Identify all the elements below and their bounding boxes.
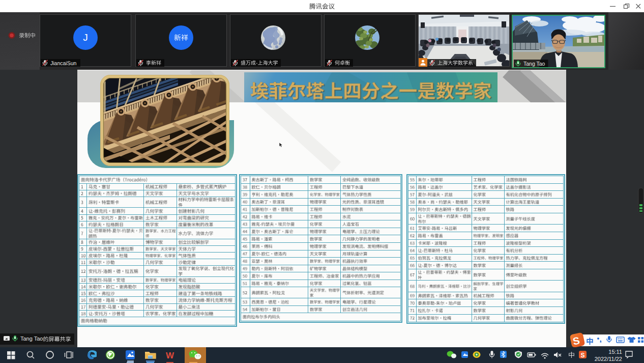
svg-text:S: S bbox=[581, 352, 585, 359]
svg-text:Tang Tao: Tang Tao bbox=[523, 61, 545, 67]
svg-text:S: S bbox=[572, 334, 581, 347]
svg-text:W: W bbox=[166, 351, 174, 360]
svg-text:JiancaiSun: JiancaiSun bbox=[50, 60, 77, 66]
